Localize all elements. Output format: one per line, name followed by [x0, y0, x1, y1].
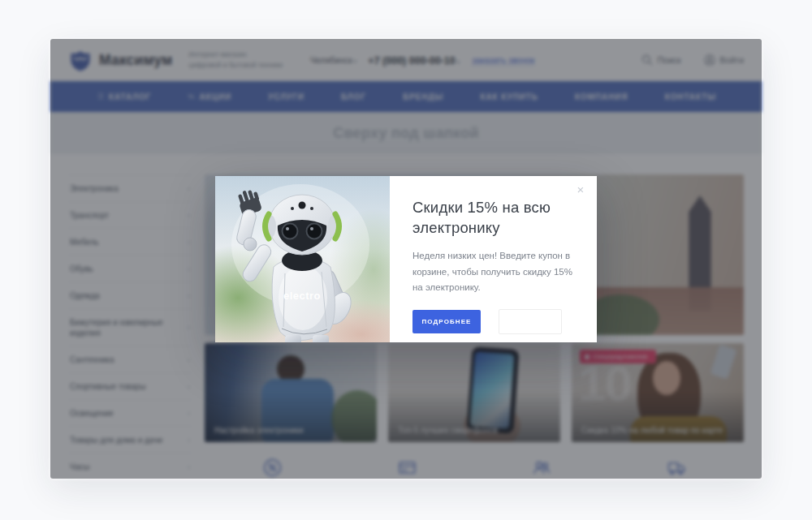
secondary-button[interactable]: [499, 309, 562, 334]
details-button[interactable]: ПОДРОБНЕЕ: [412, 310, 481, 333]
modal-body-text: Неделя низких цен! Введите купон в корзи…: [412, 248, 577, 296]
promo-modal: electro Скидки 15% на вс: [215, 176, 597, 342]
robot-illustration: electro: [215, 176, 390, 342]
modal-content: Скидки 15% на всю электронику Неделя низ…: [390, 176, 597, 342]
robot-chest-label: electro: [283, 290, 321, 302]
modal-title: Скидки 15% на всю электронику: [412, 198, 577, 239]
site-window: Максимум Интернет-магазин цифровой и быт…: [50, 39, 762, 479]
close-icon[interactable]: ×: [573, 183, 588, 197]
modal-buttons: ПОДРОБНЕЕ: [412, 309, 577, 334]
modal-robot-image: electro: [215, 176, 390, 342]
